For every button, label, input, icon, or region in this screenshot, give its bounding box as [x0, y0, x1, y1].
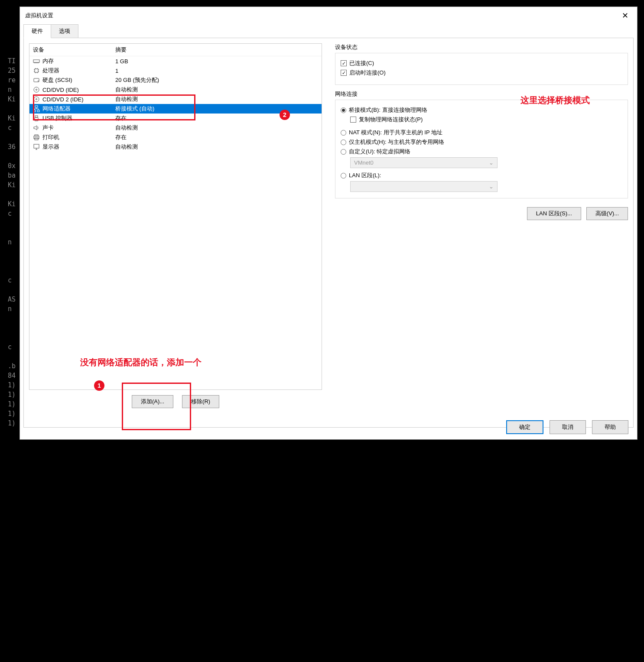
cpu-icon [33, 67, 40, 74]
svg-rect-30 [35, 117, 38, 121]
device-summary: 自动检测 [115, 86, 318, 94]
device-summary: 自动检测 [115, 143, 318, 151]
radio-lan[interactable] [341, 173, 346, 178]
add-button[interactable]: 添加(A)... [132, 395, 173, 408]
svg-rect-24 [37, 110, 39, 112]
vmnet-value: VMnet0 [354, 159, 374, 166]
ok-button[interactable]: 确定 [506, 420, 543, 434]
label-lan: LAN 区段(L): [349, 172, 381, 179]
label-bridged: 桥接模式(B): 直接连接物理网络 [349, 106, 427, 114]
chevron-down-icon: ⌄ [489, 183, 494, 190]
printer-icon [33, 134, 40, 141]
device-name: CD/DVD (IDE) [42, 87, 79, 93]
checkbox-connect-startup[interactable]: ✓ [341, 70, 347, 76]
device-state-group: ✓ 已连接(C) ✓ 启动时连接(O) [335, 53, 628, 85]
annotation-text-1: 这里选择桥接模式 [520, 94, 590, 106]
sound-icon [33, 124, 40, 131]
annotation-badge-1: 1 [94, 380, 104, 391]
device-state-title: 设备状态 [335, 43, 628, 51]
svg-point-18 [34, 87, 39, 92]
device-row[interactable]: 网络适配器 桥接模式 (自动) [29, 104, 322, 114]
annotation-text-2: 没有网络适配器的话，添加一个 [80, 357, 202, 368]
device-name: 内存 [42, 57, 54, 65]
device-row[interactable]: 显示器 自动检测 [29, 142, 322, 152]
remove-button[interactable]: 移除(R) [182, 395, 219, 408]
tabs: 硬件 选项 [20, 24, 637, 38]
svg-rect-7 [35, 69, 38, 72]
device-row[interactable]: 硬盘 (SCSI) 20 GB (预先分配) [29, 75, 322, 85]
device-summary: 自动检测 [115, 95, 318, 103]
tab-content: 设备 摘要 内存 1 GB 处理器 1 硬盘 (SCSI) 20 GB (预先分… [23, 38, 634, 428]
help-button[interactable]: 帮助 [592, 420, 628, 434]
device-name: 网络适配器 [42, 105, 71, 113]
device-summary: 20 GB (预先分配) [115, 76, 318, 84]
label-hostonly: 仅主机模式(H): 与主机共享的专用网络 [349, 138, 444, 146]
label-connected: 已连接(C) [349, 59, 374, 67]
memory-icon [33, 58, 40, 65]
dialog-title: 虚拟机设置 [25, 12, 53, 19]
svg-point-17 [38, 81, 39, 81]
svg-point-19 [36, 89, 37, 91]
device-row[interactable]: 打印机 存在 [29, 133, 322, 142]
radio-custom[interactable] [341, 149, 346, 155]
cancel-button[interactable]: 取消 [550, 420, 586, 434]
network-icon [33, 105, 40, 112]
device-name: 打印机 [42, 133, 59, 141]
svg-rect-23 [33, 110, 36, 112]
vmnet-select: VMnet0 ⌄ [350, 157, 498, 168]
cd-icon [33, 96, 40, 103]
vm-settings-dialog: 虚拟机设置 ✕ 硬件 选项 设备 摘要 内存 1 GB 处理器 1 [20, 6, 637, 440]
svg-rect-22 [35, 106, 38, 107]
svg-rect-0 [33, 60, 39, 62]
tab-hardware[interactable]: 硬件 [23, 24, 51, 38]
device-row[interactable]: CD/DVD (IDE) 自动检测 [29, 85, 322, 94]
device-summary: 自动检测 [115, 124, 318, 132]
advanced-button[interactable]: 高级(V)... [586, 207, 628, 220]
network-group: 桥接模式(B): 直接连接物理网络 复制物理网络连接状态(P) NAT 模式(N… [335, 100, 628, 198]
col-summary: 摘要 [115, 46, 127, 54]
device-row[interactable]: 内存 1 GB [29, 56, 322, 66]
label-nat: NAT 模式(N): 用于共享主机的 IP 地址 [349, 129, 442, 136]
device-name: CD/DVD 2 (IDE) [42, 96, 84, 103]
footer-buttons: 确定 取消 帮助 [506, 420, 628, 434]
device-list: 设备 摘要 内存 1 GB 处理器 1 硬盘 (SCSI) 20 GB (预先分… [29, 43, 322, 390]
cd-icon [33, 86, 40, 93]
col-device: 设备 [33, 46, 115, 54]
device-row[interactable]: 处理器 1 [29, 66, 322, 75]
bg-left-text: TI 25 re n Ki Ki c 36 0x ba Ki Ki c n c … [8, 56, 16, 428]
annotation-badge-2: 2 [280, 110, 290, 120]
usb-icon [33, 115, 40, 122]
device-name: 声卡 [42, 124, 54, 132]
device-list-header: 设备 摘要 [29, 44, 322, 56]
display-icon [33, 143, 40, 150]
device-name: USB 控制器 [42, 114, 72, 122]
device-row[interactable]: CD/DVD 2 (IDE) 自动检测 [29, 94, 322, 104]
device-name: 显示器 [42, 143, 59, 151]
tab-options[interactable]: 选项 [51, 24, 78, 38]
device-name: 处理器 [42, 67, 59, 75]
radio-hostonly[interactable] [341, 140, 346, 145]
radio-nat[interactable] [341, 130, 346, 136]
label-replicate: 复制物理网络连接状态(P) [359, 116, 423, 123]
titlebar: 虚拟机设置 ✕ [20, 7, 637, 24]
close-button[interactable]: ✕ [618, 10, 632, 21]
radio-bridged[interactable] [341, 107, 346, 113]
svg-point-20 [34, 97, 39, 102]
lan-select: ⌄ [350, 181, 498, 192]
label-connect-startup: 启动时连接(O) [349, 69, 386, 77]
device-name: 硬盘 (SCSI) [42, 76, 72, 84]
label-custom: 自定义(U): 特定虚拟网络 [349, 148, 410, 156]
device-row[interactable]: USB 控制器 存在 [29, 114, 322, 123]
checkbox-replicate[interactable] [350, 117, 356, 123]
svg-rect-29 [35, 116, 38, 117]
device-summary: 1 GB [115, 58, 318, 65]
lan-segment-button[interactable]: LAN 区段(S)... [527, 207, 581, 220]
checkbox-connected[interactable]: ✓ [341, 60, 347, 66]
device-summary: 1 [115, 68, 318, 74]
disk-icon [33, 77, 40, 84]
svg-rect-34 [34, 144, 39, 148]
device-summary: 存在 [115, 133, 318, 141]
svg-point-21 [36, 99, 37, 100]
chevron-down-icon: ⌄ [489, 159, 494, 166]
device-row[interactable]: 声卡 自动检测 [29, 123, 322, 133]
